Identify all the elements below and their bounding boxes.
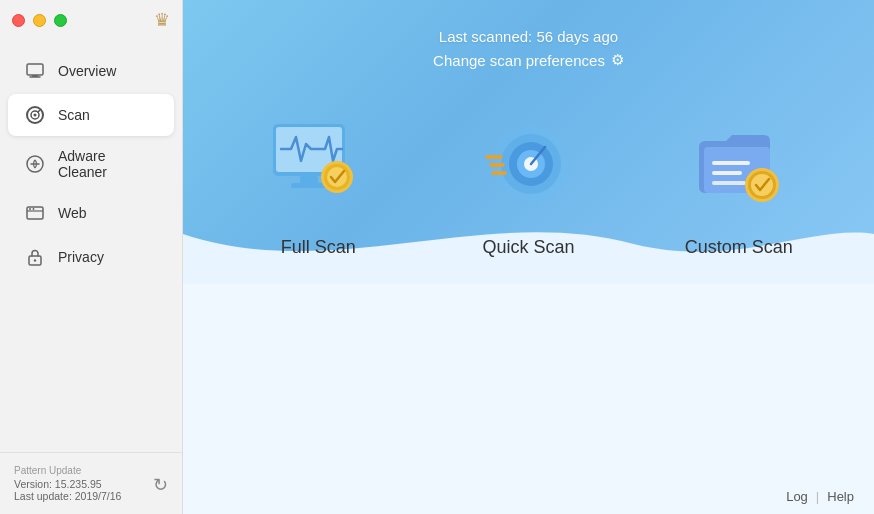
- last-scanned-text: Last scanned: 56 days ago: [439, 28, 618, 45]
- sidebar-item-label-web: Web: [58, 205, 87, 221]
- svg-rect-19: [291, 183, 327, 188]
- svg-rect-34: [712, 171, 742, 175]
- web-icon: [24, 202, 46, 224]
- custom-scan-icon: [684, 109, 794, 219]
- custom-scan-label: Custom Scan: [685, 237, 793, 258]
- sidebar-item-overview[interactable]: Overview: [8, 50, 174, 92]
- svg-rect-0: [27, 64, 43, 75]
- content-area: Last scanned: 56 days ago Change scan pr…: [183, 0, 874, 288]
- quick-scan-card[interactable]: Quick Scan: [423, 89, 633, 288]
- sidebar-nav: Overview Scan: [0, 40, 182, 452]
- quick-scan-label: Quick Scan: [482, 237, 574, 258]
- svg-rect-33: [712, 161, 750, 165]
- sidebar-item-label-adware: Adware Cleaner: [58, 148, 158, 180]
- full-scan-card[interactable]: Full Scan: [213, 89, 423, 288]
- monitor-icon: [24, 60, 46, 82]
- svg-rect-18: [300, 176, 318, 184]
- svg-point-13: [33, 208, 35, 210]
- adware-icon: [24, 153, 46, 175]
- sidebar-item-privacy[interactable]: Privacy: [8, 236, 174, 278]
- main-content: Last scanned: 56 days ago Change scan pr…: [183, 0, 874, 514]
- sidebar-item-adware[interactable]: Adware Cleaner: [8, 138, 174, 190]
- bottom-bar: Log | Help: [183, 478, 874, 514]
- sidebar-footer: Pattern Update Version: 15.235.95 Last u…: [0, 452, 182, 514]
- bottom-links: Log | Help: [786, 489, 854, 504]
- custom-scan-card[interactable]: Custom Scan: [634, 89, 844, 288]
- last-update-text: Last update: 2019/7/16: [14, 490, 168, 502]
- divider: |: [816, 489, 819, 504]
- sidebar-item-scan[interactable]: Scan: [8, 94, 174, 136]
- sidebar-item-label-privacy: Privacy: [58, 249, 104, 265]
- change-prefs-link[interactable]: Change scan preferences ⚙: [433, 51, 624, 69]
- full-scan-icon: [263, 109, 373, 219]
- sidebar: ♛ Overview: [0, 0, 183, 514]
- svg-point-38: [751, 174, 773, 196]
- change-prefs-label: Change scan preferences: [433, 52, 605, 69]
- sidebar-item-label-overview: Overview: [58, 63, 116, 79]
- full-scan-label: Full Scan: [281, 237, 356, 258]
- svg-point-12: [29, 208, 31, 210]
- scan-cards-container: Full Scan: [183, 89, 874, 288]
- scan-icon: [24, 104, 46, 126]
- log-link[interactable]: Log: [786, 489, 808, 504]
- titlebar: ♛: [0, 0, 182, 40]
- maximize-button[interactable]: [54, 14, 67, 27]
- version-text: Version: 15.235.95: [14, 478, 168, 490]
- quick-scan-icon: [473, 109, 583, 219]
- refresh-button[interactable]: ↻: [153, 474, 168, 496]
- help-link[interactable]: Help: [827, 489, 854, 504]
- privacy-icon: [24, 246, 46, 268]
- gear-icon: ⚙: [611, 51, 624, 69]
- sidebar-item-label-scan: Scan: [58, 107, 90, 123]
- minimize-button[interactable]: [33, 14, 46, 27]
- svg-point-15: [34, 259, 36, 261]
- close-button[interactable]: [12, 14, 25, 27]
- crown-icon: ♛: [154, 9, 170, 31]
- svg-point-6: [34, 114, 37, 117]
- pattern-update-label: Pattern Update: [14, 465, 168, 476]
- svg-rect-35: [712, 181, 746, 185]
- sidebar-item-web[interactable]: Web: [8, 192, 174, 234]
